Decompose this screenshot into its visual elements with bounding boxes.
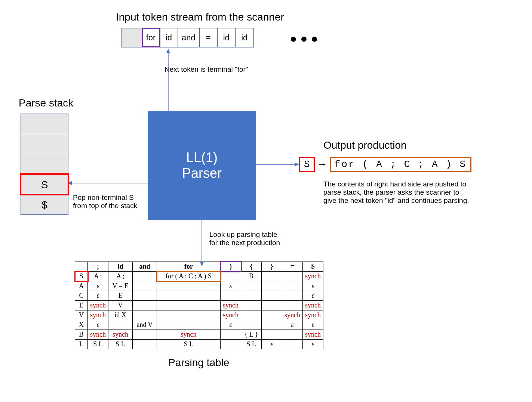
pt-cell-2-1: E xyxy=(108,291,133,301)
pt-cell-6-6 xyxy=(262,330,282,340)
title-input-stream: Input token stream from the scanner xyxy=(116,11,284,23)
pt-cell-1-1: V = E xyxy=(108,281,133,291)
svg-marker-4 xyxy=(295,163,299,166)
pt-cell-7-5: S L xyxy=(241,340,262,349)
pt-cell-5-3 xyxy=(157,320,221,330)
pt-cell-1-2 xyxy=(133,281,157,291)
pt-cell-4-7: synch xyxy=(282,310,303,320)
pt-cell-5-1 xyxy=(108,320,133,330)
pt-cell-3-2 xyxy=(133,301,157,310)
lookup-label: Look up parsing tablefor the next produc… xyxy=(209,231,280,247)
token-cell-6: id xyxy=(236,28,253,47)
production-lhs: S xyxy=(299,157,315,172)
pt-cell-4-4: synch xyxy=(221,310,241,320)
pt-cell-6-8: synch xyxy=(303,330,323,340)
token-cell-5: id xyxy=(218,28,236,47)
pt-cell-6-5: { L } xyxy=(241,330,262,340)
pt-cell-6-1: synch xyxy=(108,330,133,340)
parser-text: LL(1)Parser xyxy=(182,150,222,181)
pt-cell-7-6: ε xyxy=(262,340,282,349)
pt-cell-7-1: S L xyxy=(108,340,133,349)
pt-cell-5-0: ε xyxy=(88,320,108,330)
output-description: The contents of right hand side are push… xyxy=(323,180,469,205)
pt-cell-3-4: synch xyxy=(221,301,241,310)
pop-label: Pop non-terminal Sfrom top of the stack xyxy=(73,194,137,210)
parse-stack: S$ xyxy=(21,114,68,215)
svg-marker-5 xyxy=(200,262,204,266)
pt-cell-4-1: id X xyxy=(108,310,133,320)
pt-cell-0-3: for ( A ; C ; A ) S xyxy=(157,272,221,281)
parsing-table-label: Parsing table xyxy=(168,357,229,369)
pt-cell-6-3: synch xyxy=(157,330,221,340)
pt-cell-1-4: ε xyxy=(221,281,241,291)
pt-cell-1-7 xyxy=(282,281,303,291)
pt-row-label-0: S xyxy=(75,272,88,281)
svg-marker-1 xyxy=(166,49,170,53)
pt-cell-3-6 xyxy=(262,301,282,310)
pt-cell-0-7 xyxy=(282,272,303,281)
pt-row-label-3: E xyxy=(75,301,88,310)
pt-cell-2-3 xyxy=(157,291,221,301)
pt-cell-1-8: ε xyxy=(303,281,323,291)
pt-cell-3-1: V xyxy=(108,301,133,310)
pt-header-8: = xyxy=(282,262,303,272)
pt-cell-1-3 xyxy=(157,281,221,291)
next-token-label: Next token is terminal "for" xyxy=(164,65,248,74)
pt-cell-5-5 xyxy=(241,320,262,330)
lookup-label-text: Look up parsing tablefor the next produc… xyxy=(209,231,280,247)
parser-box: LL(1)Parser xyxy=(148,111,256,220)
pt-header-5: ) xyxy=(221,262,241,272)
pt-cell-0-0: A ; xyxy=(88,272,108,281)
arrow-parser-to-output xyxy=(256,161,299,168)
stack-cell-4: $ xyxy=(21,194,68,215)
pt-cell-3-7 xyxy=(282,301,303,310)
pt-row-label-5: X xyxy=(75,320,88,330)
pt-header-3: and xyxy=(133,262,157,272)
pt-cell-0-2 xyxy=(133,272,157,281)
arrow-parser-to-token xyxy=(161,49,176,112)
parse-stack-label: Parse stack xyxy=(19,97,73,109)
pt-cell-2-7 xyxy=(282,291,303,301)
pt-cell-7-4 xyxy=(221,340,241,349)
pt-cell-2-8: ε xyxy=(303,291,323,301)
token-cell-1: for xyxy=(142,28,160,47)
pt-cell-4-6 xyxy=(262,310,282,320)
pt-cell-6-2 xyxy=(133,330,157,340)
ellipsis: ● ● ● xyxy=(290,32,318,46)
token-cell-2: id xyxy=(160,28,178,47)
pt-cell-1-0: ε xyxy=(88,281,108,291)
parsing-table: ;idandfor){}=$SA ;A ;for ( A ; C ; A ) S… xyxy=(75,262,323,349)
pt-cell-7-8: ε xyxy=(303,340,323,349)
pt-cell-2-0: ε xyxy=(88,291,108,301)
pt-row-label-2: C xyxy=(75,291,88,301)
pt-row-label-6: B xyxy=(75,330,88,340)
pt-row-label-1: A xyxy=(75,281,88,291)
pt-row-label-7: L xyxy=(75,340,88,349)
pt-cell-6-0: synch xyxy=(88,330,108,340)
pt-cell-1-6 xyxy=(262,281,282,291)
pt-cell-2-6 xyxy=(262,291,282,301)
pt-header-1: ; xyxy=(88,262,108,272)
pt-cell-2-2 xyxy=(133,291,157,301)
pt-cell-3-3 xyxy=(157,301,221,310)
pt-cell-0-4 xyxy=(221,272,241,281)
pt-cell-4-8: synch xyxy=(303,310,323,320)
pt-cell-5-8: ε xyxy=(303,320,323,330)
pt-cell-0-5: B xyxy=(241,272,262,281)
pt-header-2: id xyxy=(108,262,133,272)
output-production-label: Output production xyxy=(323,139,407,151)
production-arrow: → xyxy=(317,158,327,170)
arrow-parser-to-stack xyxy=(67,179,150,194)
pt-cell-5-2: and V xyxy=(133,320,157,330)
pt-cell-2-4 xyxy=(221,291,241,301)
pt-cell-1-5 xyxy=(241,281,262,291)
token-stream-row: foridand=idid xyxy=(122,28,254,47)
pt-cell-0-8: synch xyxy=(303,272,323,281)
pt-header-9: $ xyxy=(303,262,323,272)
production-rhs: for ( A ; C ; A ) S xyxy=(330,157,471,172)
token-cell-4: = xyxy=(200,28,218,47)
pt-cell-4-0: synch xyxy=(88,310,108,320)
stack-cell-2 xyxy=(21,154,68,174)
arrow-parser-to-table xyxy=(187,220,209,266)
pt-cell-7-0: S L xyxy=(88,340,108,349)
